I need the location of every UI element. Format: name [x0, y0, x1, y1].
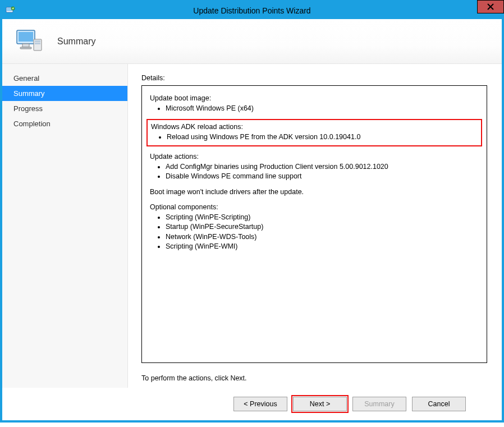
sidebar-item-completion[interactable]: Completion — [2, 116, 127, 131]
details-box[interactable]: Update boot image: Microsoft Windows PE … — [141, 85, 487, 363]
list-item: Microsoft Windows PE (x64) — [166, 104, 479, 114]
instruction-text: To perform the actions, click Next. — [141, 374, 487, 382]
sidebar: General Summary Progress Completion — [2, 64, 128, 388]
titlebar: Update Distribution Points Wizard — [2, 2, 502, 19]
list-item: Network (WinPE-WDS-Tools) — [166, 232, 479, 242]
wizard-window: Update Distribution Points Wizard Summar… — [0, 0, 504, 423]
content-pane: Details: Update boot image: Microsoft Wi… — [128, 64, 502, 388]
app-icon — [6, 6, 16, 16]
sidebar-item-summary[interactable]: Summary — [2, 86, 127, 101]
page-title: Summary — [57, 36, 95, 47]
computer-icon — [15, 27, 44, 56]
list-item: Scripting (WinPE-Scripting) — [166, 213, 479, 223]
adk-reload-highlight: Windows ADK reload actions: Reload using… — [146, 119, 482, 146]
list-item: Reload using Windows PE from the ADK ver… — [167, 132, 478, 143]
optional-components-heading: Optional components: — [150, 203, 479, 213]
sidebar-item-progress[interactable]: Progress — [2, 101, 127, 116]
svg-rect-9 — [35, 43, 40, 44]
close-button[interactable] — [477, 0, 504, 13]
update-actions-heading: Update actions: — [150, 152, 479, 162]
previous-button[interactable]: < Previous — [233, 397, 287, 411]
update-actions-list: Add ConfigMgr binaries using Production … — [150, 162, 479, 182]
list-item: Add ConfigMgr binaries using Production … — [166, 162, 479, 172]
summary-button: Summary — [352, 397, 406, 411]
svg-point-2 — [11, 7, 15, 10]
svg-rect-8 — [35, 40, 40, 42]
next-button[interactable]: Next > — [293, 397, 347, 411]
header-strip: Summary — [2, 19, 502, 64]
update-boot-image-list: Microsoft Windows PE (x64) — [150, 104, 479, 114]
cancel-button[interactable]: Cancel — [412, 397, 466, 411]
adk-reload-heading: Windows ADK reload actions: — [151, 122, 478, 132]
svg-rect-6 — [20, 47, 31, 49]
no-drivers-note: Boot image won't include drivers after t… — [150, 187, 479, 198]
update-boot-image-heading: Update boot image: — [150, 94, 479, 104]
close-icon — [487, 3, 494, 10]
list-item: Startup (WinPE-SecureStartup) — [166, 222, 479, 232]
svg-rect-4 — [19, 32, 33, 42]
body: General Summary Progress Completion Deta… — [2, 64, 502, 388]
list-item: Disable Windows PE command line support — [166, 172, 479, 182]
details-label: Details: — [141, 74, 487, 82]
svg-rect-5 — [22, 44, 29, 47]
sidebar-item-general[interactable]: General — [2, 71, 127, 86]
button-bar: < Previous Next > Summary Cancel — [2, 388, 502, 420]
window-title: Update Distribution Points Wizard — [2, 6, 502, 15]
list-item: Scripting (WinPE-WMI) — [166, 242, 479, 252]
adk-reload-list: Reload using Windows PE from the ADK ver… — [151, 132, 478, 143]
optional-components-list: Scripting (WinPE-Scripting) Startup (Win… — [150, 213, 479, 252]
